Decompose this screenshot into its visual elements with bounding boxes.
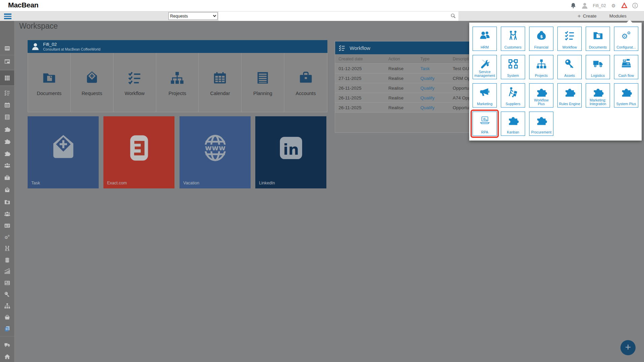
sidebar-item-customers[interactable] bbox=[0, 243, 14, 254]
module-label: Projects bbox=[534, 74, 548, 78]
sidebar-item-building[interactable] bbox=[0, 42, 14, 54]
modules-grid: HRMCustomers$FinancialWorkflowDocuments⚙… bbox=[473, 27, 638, 136]
cell-action: Realise bbox=[385, 95, 417, 100]
shortcut-planning[interactable]: Planning bbox=[242, 53, 284, 112]
shortcut-requests[interactable]: Requests bbox=[71, 53, 114, 112]
exact-brand-icon[interactable] bbox=[621, 2, 627, 9]
shortcut-projects[interactable]: Projects bbox=[156, 53, 199, 112]
sidebar-item-hierarchy[interactable] bbox=[0, 300, 14, 311]
sidebar-item-truck[interactable] bbox=[0, 339, 14, 351]
module-logistics[interactable]: Logistics bbox=[586, 55, 610, 79]
search-input[interactable] bbox=[219, 11, 458, 21]
svg-text:⚙: ⚙ bbox=[7, 234, 9, 237]
module-procurement[interactable]: Procurement bbox=[529, 112, 553, 136]
sidebar-item-list[interactable] bbox=[0, 111, 14, 123]
module-marketing[interactable]: Marketing bbox=[473, 83, 497, 108]
settings-gear-icon[interactable]: ⚙ bbox=[610, 2, 617, 9]
modules-button[interactable]: Modules bbox=[609, 13, 626, 19]
tile-exact-com[interactable]: ƎExact.com bbox=[103, 116, 174, 188]
info-icon[interactable] bbox=[632, 2, 638, 9]
module-rules-engine[interactable]: Rules Engine bbox=[557, 83, 582, 108]
username[interactable]: Fifi_02 bbox=[593, 3, 606, 8]
module-kanban[interactable]: Kanban bbox=[501, 112, 525, 136]
module-system-plus[interactable]: System Plus bbox=[614, 83, 638, 108]
search-scope-select[interactable]: Requests bbox=[168, 12, 218, 20]
cell-type-link[interactable]: Task bbox=[417, 66, 449, 71]
sidebar-item-coins[interactable] bbox=[0, 254, 14, 266]
module-workflow[interactable]: Workflow bbox=[557, 27, 582, 51]
puzzle-icon bbox=[536, 87, 547, 98]
sidebar-item-docsstack[interactable] bbox=[0, 323, 14, 334]
shortcut-documents[interactable]: Documents bbox=[28, 53, 71, 112]
cell-type-link[interactable]: Qualify bbox=[417, 76, 449, 81]
sidebar-item-puzzle[interactable] bbox=[0, 135, 14, 147]
tile-task[interactable]: Task bbox=[28, 116, 99, 188]
module-financial[interactable]: $Financial bbox=[529, 27, 553, 51]
module-system[interactable]: System bbox=[501, 55, 525, 79]
sidebar-item-people[interactable] bbox=[0, 208, 14, 220]
sidebar-item-people[interactable] bbox=[0, 160, 14, 171]
sidebar-item-idcard[interactable] bbox=[0, 220, 14, 231]
module-assets[interactable]: Assets bbox=[557, 55, 582, 79]
sidebar-item-calendar[interactable] bbox=[0, 99, 14, 111]
cell-type-link[interactable]: Qualify bbox=[417, 86, 449, 91]
module-label: Marketing bbox=[476, 102, 493, 106]
add-fab-button[interactable]: + bbox=[620, 340, 636, 355]
shortcut-calendar[interactable]: Calendar bbox=[199, 53, 242, 112]
puzzle-icon bbox=[536, 115, 547, 126]
notifications-bell-icon[interactable] bbox=[570, 2, 577, 9]
module-workflow-plus[interactable]: Workflow Plus bbox=[529, 83, 553, 108]
module-configurat[interactable]: ⚙⚙Configurat... bbox=[614, 27, 638, 51]
cell-type-link[interactable]: Qualify bbox=[417, 105, 449, 110]
sidebar-item-puzzle[interactable] bbox=[0, 123, 14, 135]
sidebar-item-badge[interactable] bbox=[0, 184, 14, 195]
sidebar-item-checklist[interactable] bbox=[0, 87, 14, 98]
sidebar-item-basket[interactable] bbox=[0, 311, 14, 323]
module-projects[interactable]: Projects bbox=[529, 55, 553, 79]
module-hrm[interactable]: HRM bbox=[473, 27, 497, 51]
cell-created-date: 01-12-2025 bbox=[335, 66, 385, 71]
grid9-icon bbox=[4, 75, 10, 81]
cell-created-date: 26-11-2025 bbox=[335, 105, 385, 110]
user-avatar-icon[interactable] bbox=[581, 2, 588, 9]
sidebar-item-briefcase[interactable] bbox=[0, 172, 14, 183]
module-rpa[interactable]: ⚙⚙RPA bbox=[473, 112, 497, 136]
sidebar-item-news[interactable] bbox=[0, 277, 14, 289]
puzzle-icon bbox=[508, 115, 519, 126]
module-marketing-integration[interactable]: Marketing: Integration bbox=[586, 83, 610, 108]
shortcut-workflow[interactable]: Workflow bbox=[114, 53, 156, 112]
column-header-action: Action bbox=[385, 57, 417, 61]
folder-icon bbox=[42, 70, 57, 85]
sidebar-item-grid9[interactable] bbox=[0, 70, 14, 85]
user-card-header[interactable]: Fifi_02 Consultant at MacBean CoffeeWorl… bbox=[28, 40, 327, 53]
sidebar-item-folder[interactable] bbox=[0, 196, 14, 208]
sidebar-item-gears[interactable]: ⚙⚙ bbox=[0, 231, 14, 243]
create-button[interactable]: + Create bbox=[578, 13, 597, 19]
cell-created-date: 26-11-2025 bbox=[335, 86, 385, 91]
module-label: Service management bbox=[473, 70, 496, 78]
sidebar-item-puzzle[interactable] bbox=[0, 148, 14, 159]
sidebar: ⚙⚙ bbox=[0, 21, 14, 362]
sidebar-divider bbox=[0, 55, 14, 55]
sidebar-item-window[interactable] bbox=[0, 56, 14, 67]
module-suppliers[interactable]: Suppliers bbox=[501, 83, 525, 108]
badge-icon bbox=[49, 133, 78, 163]
module-label: RPA bbox=[481, 130, 489, 134]
cell-type-link[interactable]: Qualify bbox=[417, 95, 449, 100]
tile-linkedin[interactable]: inLinkedIn bbox=[255, 116, 326, 188]
shortcut-accounts[interactable]: Accounts bbox=[284, 53, 327, 112]
sidebar-item-key[interactable] bbox=[0, 289, 14, 300]
app-logo[interactable]: MacBean bbox=[8, 1, 38, 9]
module-label: Procurement bbox=[530, 130, 552, 134]
search-icon[interactable] bbox=[450, 13, 456, 19]
sidebar-item-chart[interactable] bbox=[0, 266, 14, 277]
tile-vacation[interactable]: wwwVacation bbox=[180, 116, 251, 188]
avatar-icon bbox=[31, 42, 40, 51]
module-service-management[interactable]: Service management bbox=[473, 55, 497, 79]
module-documents[interactable]: Documents bbox=[586, 27, 610, 51]
module-cash-flow[interactable]: Cash flow bbox=[614, 55, 638, 79]
sidebar-item-home[interactable] bbox=[0, 351, 14, 362]
puzzle-icon bbox=[564, 87, 575, 98]
menu-hamburger-icon[interactable] bbox=[4, 13, 11, 20]
module-customers[interactable]: Customers bbox=[501, 27, 525, 51]
